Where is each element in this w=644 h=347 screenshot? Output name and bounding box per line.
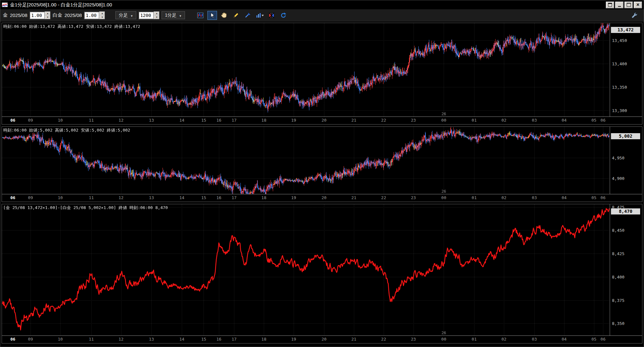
compare-candles-button[interactable] (267, 11, 276, 20)
time-axis-label: 21 (351, 118, 356, 123)
gold-multiplier-spinner (29, 12, 50, 19)
spread-chart-canvas[interactable] (2, 204, 610, 335)
time-axis-label: 18 (261, 195, 266, 200)
gold-label: 金 (3, 12, 8, 18)
time-axis-label: 06 (600, 118, 606, 123)
candle-chart-settings-button[interactable] (196, 11, 205, 20)
time-axis-label: 11 (89, 195, 94, 200)
spread-plot[interactable]: [金 25/08 13,472×1.00]-[白金 25/08 5,002×1.… (2, 204, 610, 335)
time-axis-label: 00 (441, 195, 447, 200)
time-axis-label: 23 (411, 118, 416, 123)
pen-tool-icon (244, 12, 251, 19)
bar-count-input[interactable] (138, 12, 154, 19)
time-axis-label: 21 (351, 337, 356, 342)
close-icon (636, 2, 639, 7)
platinum-label: 白金 (53, 12, 62, 18)
cursor-select-button[interactable] (207, 11, 217, 20)
refresh-button[interactable] (279, 11, 288, 20)
price-axis-label: 8,375 (612, 298, 624, 303)
spin-down-button[interactable] (45, 15, 50, 19)
gold-plot[interactable]: 時刻:06:00 始値:13,472 高値:13,472 安値:13,472 終… (2, 23, 610, 117)
float-window-icon (608, 3, 612, 7)
price-axis-label: 8,350 (612, 321, 624, 326)
platinum-plot[interactable]: 時刻:06:00 始値:5,002 高値:5,002 安値:5,002 終値:5… (2, 127, 610, 194)
pen-tool-button[interactable] (243, 11, 253, 20)
platinum-month[interactable]: 2025/08 (64, 12, 82, 18)
spread-current-price-badge: 8,470 (611, 208, 640, 214)
platinum-chart-canvas[interactable] (2, 127, 610, 194)
time-axis-label: 01 (472, 118, 477, 123)
time-axis-label: 13 (149, 118, 154, 123)
time-axis-label: 06 (10, 118, 15, 123)
spin-down-button[interactable] (99, 15, 105, 19)
minimize-button[interactable] (615, 2, 623, 8)
time-axis-label: 06 (10, 195, 15, 200)
bar-indicator-icon (255, 12, 264, 19)
maximize-button[interactable] (624, 2, 633, 8)
time-axis-label: 12 (119, 118, 124, 123)
spin-down-button[interactable] (154, 15, 159, 19)
date-marker: 26 (441, 189, 446, 194)
gold-multiplier-input[interactable] (29, 12, 45, 19)
time-axis-label: 01 (472, 337, 477, 342)
price-axis-label: 8,425 (612, 251, 624, 256)
spread-formula-readout: [金 25/08 13,472×1.00]-[白金 25/08 5,002×1.… (3, 205, 168, 211)
settings-wrench-button[interactable] (630, 11, 639, 20)
time-axis-label: 13 (149, 195, 154, 200)
time-axis-label: 23 (411, 337, 416, 342)
period-dropdown[interactable]: 1分足 (162, 11, 185, 19)
period-label: 1分足 (165, 12, 176, 18)
bar-count-spinner (138, 12, 159, 19)
time-axis-label: 09 (28, 118, 33, 123)
pan-hand-icon (221, 12, 228, 19)
gold-multiplier-arrows (45, 12, 50, 19)
pan-hand-button[interactable] (219, 11, 229, 20)
time-axis-label: 19 (291, 118, 296, 123)
time-axis-label: 06 (600, 337, 606, 342)
time-axis-label: 20 (322, 337, 327, 342)
platinum-ohlc-readout: 時刻:06:00 始値:5,002 高値:5,002 安値:5,002 終値:5… (3, 127, 130, 133)
time-axis-label: 11 (89, 118, 94, 123)
spin-up-button[interactable] (154, 12, 159, 15)
interval-dropdown[interactable]: 分足 (115, 11, 136, 19)
chevron-down-icon (179, 13, 182, 18)
time-axis-label: 10 (58, 337, 63, 342)
pencil-draw-icon (232, 12, 239, 19)
cursor-select-icon (209, 12, 216, 19)
time-axis-label: 16 (216, 195, 222, 200)
chevron-down-icon (130, 13, 133, 18)
time-axis-label: 03 (532, 118, 537, 123)
time-axis-label: 23 (411, 195, 416, 200)
chart-area: 時刻:06:00 始値:13,472 高値:13,472 安値:13,472 終… (0, 21, 644, 347)
time-axis-label: 10 (58, 118, 63, 123)
interval-label: 分足 (119, 12, 128, 18)
platinum-multiplier-input[interactable] (84, 12, 99, 19)
toolbar: 金 2025/08 白金 2025/08 分足 1分足 (0, 9, 644, 21)
time-axis-label: 17 (231, 195, 237, 200)
bar-indicator-button[interactable] (255, 11, 264, 20)
pencil-draw-button[interactable] (231, 11, 241, 20)
time-axis-label: 21 (351, 195, 356, 200)
float-window-button[interactable] (606, 2, 614, 8)
close-button[interactable] (634, 2, 642, 8)
time-axis-label: 01 (472, 195, 477, 200)
time-axis-label: 04 (562, 195, 567, 200)
app-window: 金1分足[2025/08]1.00 - 白金1分足[2025/08]1.00 金… (0, 0, 644, 347)
gold-price-axis: 13,472 13,45013,40013,35013,300 (610, 23, 642, 117)
wrench-settings-icon (631, 12, 638, 19)
price-axis-label: 13,300 (612, 108, 627, 113)
spin-up-button[interactable] (45, 12, 50, 15)
time-axis-label: 19 (291, 337, 296, 342)
time-axis-label: 20 (322, 118, 327, 123)
time-axis-label: 00 (441, 337, 447, 342)
maximize-icon (627, 3, 631, 7)
gold-month[interactable]: 2025/08 (10, 12, 27, 18)
refresh-icon (280, 12, 287, 19)
spin-up-button[interactable] (99, 12, 105, 15)
time-axis-label: 03 (532, 195, 537, 200)
gold-chart-canvas[interactable] (2, 23, 610, 117)
spread-time-axis: 0609101112131415161718192021222300010203… (2, 335, 642, 343)
price-axis-label: 4,900 (612, 176, 624, 181)
platinum-price-axis: 5,002 4,9504,900 (610, 127, 642, 194)
time-axis-label: 18 (261, 337, 266, 342)
